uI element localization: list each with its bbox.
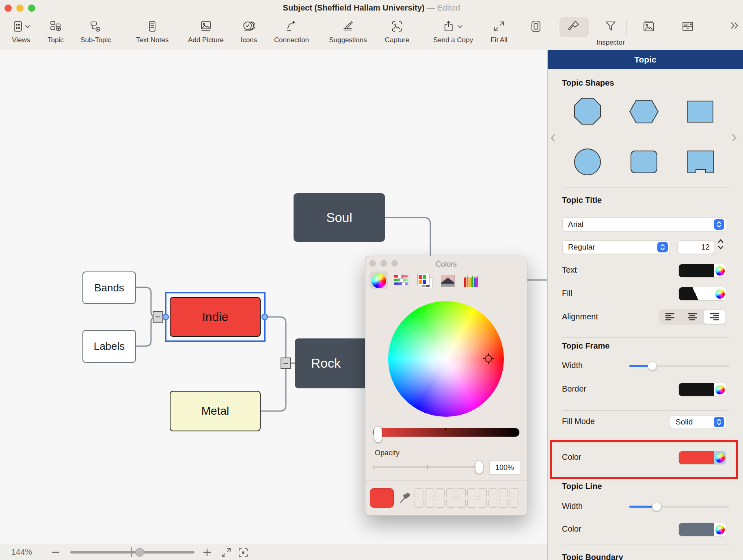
zoom-slider[interactable] xyxy=(70,551,194,554)
sliders-tab-icon[interactable] xyxy=(394,275,408,286)
shape-rectangle[interactable] xyxy=(687,100,714,123)
topic-shapes-title: Topic Shapes xyxy=(562,78,614,88)
views-icon xyxy=(12,20,30,32)
pencils-tab-icon[interactable] xyxy=(464,274,480,287)
zoom-slider-thumb[interactable] xyxy=(135,548,144,557)
text-color-well[interactable] xyxy=(678,264,726,278)
collapse-badge-rock[interactable] xyxy=(281,358,291,369)
shape-hexagon[interactable] xyxy=(629,99,659,124)
section-divider xyxy=(562,337,729,338)
node-soul[interactable]: Soul xyxy=(294,193,385,242)
fit-all-status-icon[interactable] xyxy=(221,547,231,558)
center-selection-icon[interactable] xyxy=(238,547,248,558)
funnel-icon xyxy=(604,19,618,33)
saved-swatches-grid[interactable] xyxy=(415,488,518,508)
topic-line-section: Topic Line xyxy=(562,482,602,491)
connection-button[interactable]: Connection xyxy=(274,18,309,44)
brightness-slider[interactable] xyxy=(373,428,520,437)
send-a-copy-button[interactable]: Send a Copy xyxy=(433,18,473,44)
node-metal[interactable]: Metal xyxy=(170,391,261,431)
font-family-select[interactable]: Arial xyxy=(562,218,726,231)
suggestions-icon xyxy=(342,20,354,32)
zoom-slider-tick xyxy=(131,547,132,557)
node-bands-label: Bands xyxy=(94,282,124,294)
line-color-well[interactable] xyxy=(678,523,726,536)
opacity-slider[interactable] xyxy=(373,466,484,468)
opacity-label: Opacity xyxy=(375,449,400,457)
icons-button[interactable]: Icons xyxy=(241,18,257,44)
line-color-label: Color xyxy=(562,524,581,534)
eyedropper-icon[interactable] xyxy=(399,491,410,504)
topic-button[interactable]: Topic xyxy=(48,18,64,44)
selection-handle-right[interactable] xyxy=(261,314,268,320)
align-center-button[interactable] xyxy=(681,309,703,325)
fill-color-label: Fill xyxy=(562,289,572,298)
brightness-slider-thumb[interactable] xyxy=(374,426,382,443)
align-right-button[interactable] xyxy=(704,310,726,324)
window-title: Subject (Sheffield Hallam University) — … xyxy=(0,3,743,13)
selection-handle-left[interactable] xyxy=(162,314,169,320)
section-divider xyxy=(562,410,729,411)
frame-color-label: Color xyxy=(562,452,581,462)
shape-notched-rectangle[interactable] xyxy=(687,150,715,174)
archive-tool-button[interactable] xyxy=(681,19,695,35)
fill-color-well[interactable] xyxy=(678,287,726,301)
opacity-slider-thumb[interactable] xyxy=(475,461,483,474)
palette-tab-icon[interactable] xyxy=(417,274,431,288)
node-labels-label: Labels xyxy=(94,340,125,353)
align-left-button[interactable] xyxy=(659,309,681,325)
font-size-value: 12 xyxy=(701,243,710,252)
opacity-value-field[interactable]: 100% xyxy=(489,461,520,475)
zoom-in-button[interactable] xyxy=(203,548,211,556)
shapes-prev-button[interactable]: ‹ xyxy=(550,127,556,146)
font-style-value: Regular xyxy=(568,243,595,252)
section-divider xyxy=(562,545,729,545)
font-size-stepper[interactable] xyxy=(717,239,724,250)
suggestions-button[interactable]: Suggestions xyxy=(329,18,367,44)
border-color-label: Border xyxy=(562,384,586,394)
media-tool-button[interactable] xyxy=(642,19,656,35)
node-bands[interactable]: Bands xyxy=(82,271,136,304)
overflow-tools-button[interactable] xyxy=(729,19,741,33)
color-wheel-crosshair[interactable] xyxy=(482,353,495,365)
zoom-out-button[interactable] xyxy=(52,549,60,556)
capture-button[interactable]: Capture xyxy=(385,18,409,44)
connection-soul-center xyxy=(385,218,430,261)
node-labels[interactable]: Labels xyxy=(82,330,136,363)
dialog-divider xyxy=(365,480,527,481)
toolbar-separator xyxy=(670,19,670,35)
image-tab-icon[interactable] xyxy=(441,275,455,287)
image-icon xyxy=(642,19,656,33)
color-wheel-tab-icon[interactable] xyxy=(372,274,386,288)
text-notes-button[interactable]: Text Notes xyxy=(136,18,168,44)
icons-icon xyxy=(243,20,255,32)
frame-width-label: Width xyxy=(562,361,583,370)
border-color-well[interactable] xyxy=(678,383,726,396)
frame-color-well[interactable] xyxy=(678,451,726,465)
frame-width-slider-thumb[interactable] xyxy=(648,361,657,370)
node-indie[interactable]: Indie xyxy=(170,297,261,337)
fit-all-button[interactable]: Fit All xyxy=(490,18,508,44)
colors-dialog[interactable]: Colors xyxy=(365,256,527,516)
filter-tool-button[interactable] xyxy=(604,19,618,35)
collapse-badge-indie[interactable] xyxy=(153,311,163,323)
frame-tool-button[interactable] xyxy=(529,19,543,35)
line-width-slider-thumb[interactable] xyxy=(652,502,661,511)
shape-rounded-rectangle[interactable] xyxy=(630,150,658,174)
sub-topic-button[interactable]: Sub-Topic xyxy=(80,18,111,44)
color-picker-ball-icon xyxy=(715,385,725,394)
current-color-swatch[interactable] xyxy=(370,488,394,508)
color-picker-ball-icon xyxy=(715,289,725,299)
text-color-swatch xyxy=(679,264,714,277)
style-tool-button[interactable] xyxy=(567,19,581,35)
font-family-stepper-icon xyxy=(714,219,724,230)
shape-octagon[interactable] xyxy=(573,97,602,125)
font-size-field[interactable]: 12 xyxy=(677,240,714,254)
add-picture-button[interactable]: Add Picture xyxy=(188,18,224,44)
shapes-next-button[interactable]: › xyxy=(731,127,737,146)
views-button[interactable]: Views xyxy=(12,18,30,44)
fill-mode-select[interactable]: Solid xyxy=(670,415,726,429)
font-style-select[interactable]: Regular xyxy=(562,240,670,254)
shape-circle[interactable] xyxy=(574,148,601,176)
inspector-label: Inspector xyxy=(596,39,625,47)
